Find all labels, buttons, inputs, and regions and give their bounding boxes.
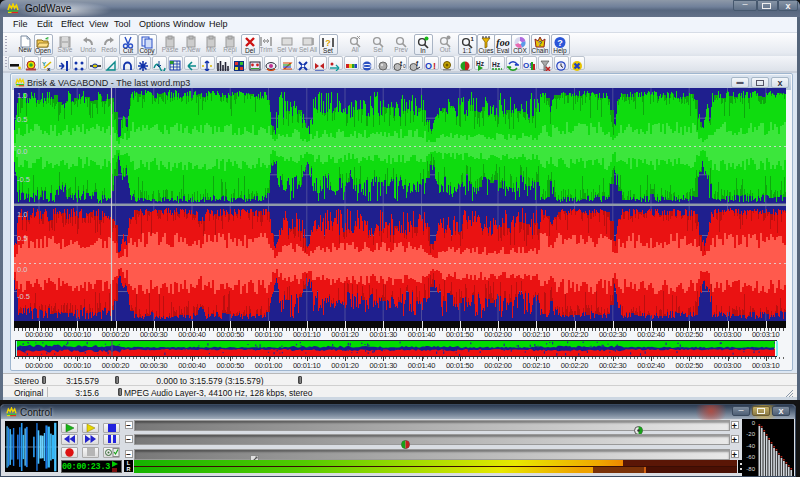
svg-text:f: f [416, 60, 419, 67]
svg-text:0.0: 0.0 [17, 147, 27, 156]
svg-text:Hz: Hz [476, 60, 485, 67]
svg-text:-80: -80 [746, 466, 755, 472]
svg-text:1.0: 1.0 [17, 210, 27, 219]
svg-text:-40: -40 [746, 443, 755, 449]
svg-text:-0.5: -0.5 [17, 292, 30, 301]
svg-text:-20: -20 [746, 431, 755, 437]
svg-text:?: ? [538, 40, 542, 47]
svg-text:0.5: 0.5 [17, 234, 27, 243]
svg-text:0.5: 0.5 [17, 115, 27, 124]
svg-text:-0.5: -0.5 [17, 175, 30, 184]
svg-text:0: 0 [403, 63, 406, 69]
svg-text:-60: -60 [746, 454, 755, 460]
svg-text:!: ! [433, 61, 436, 71]
svg-text:O!: O! [523, 61, 532, 70]
svg-text:1.0: 1.0 [17, 91, 27, 100]
svg-text:0.0: 0.0 [17, 265, 27, 274]
svg-text:O: O [425, 61, 432, 71]
svg-text:Hz: Hz [492, 61, 501, 68]
svg-text:0: 0 [752, 420, 756, 426]
svg-text:1: 1 [471, 36, 475, 42]
